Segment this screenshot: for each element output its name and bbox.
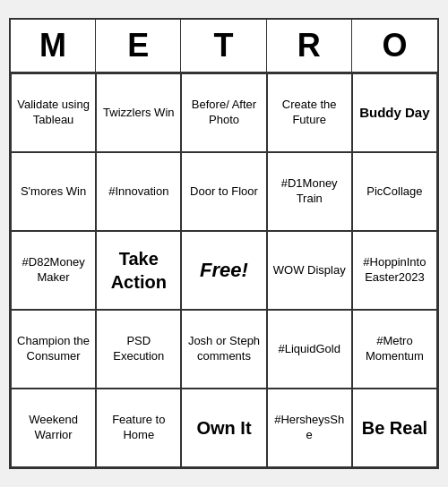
bingo-cell-13[interactable]: WOW Display xyxy=(267,231,352,310)
bingo-cell-24[interactable]: Be Real xyxy=(352,389,437,467)
bingo-cell-6[interactable]: #Innovation xyxy=(96,152,181,231)
bingo-cell-17[interactable]: Josh or Steph comments xyxy=(181,310,266,389)
bingo-cell-20[interactable]: Weekend Warrior xyxy=(11,389,96,467)
bingo-header: METRO xyxy=(11,20,437,73)
bingo-cell-16[interactable]: PSD Execution xyxy=(96,310,181,389)
bingo-cell-19[interactable]: #Metro Momentum xyxy=(352,310,437,389)
bingo-grid: Validate using TableauTwizzlers WinBefor… xyxy=(11,73,437,467)
bingo-cell-5[interactable]: S'mores Win xyxy=(11,152,96,231)
header-letter-M: M xyxy=(11,20,96,72)
bingo-cell-12[interactable]: Free! xyxy=(181,231,266,310)
bingo-cell-3[interactable]: Create the Future xyxy=(267,73,352,152)
bingo-cell-15[interactable]: Champion the Consumer xyxy=(11,310,96,389)
bingo-cell-10[interactable]: #D82Money Maker xyxy=(11,231,96,310)
header-letter-E: E xyxy=(96,20,181,72)
bingo-cell-7[interactable]: Door to Floor xyxy=(181,152,266,231)
bingo-cell-23[interactable]: #HersheysShe xyxy=(267,389,352,467)
bingo-cell-2[interactable]: Before/ After Photo xyxy=(181,73,266,152)
bingo-card: METRO Validate using TableauTwizzlers Wi… xyxy=(9,18,439,469)
bingo-cell-9[interactable]: PicCollage xyxy=(352,152,437,231)
header-letter-O: O xyxy=(352,20,437,72)
bingo-cell-22[interactable]: Own It xyxy=(181,389,266,467)
bingo-cell-8[interactable]: #D1Money Train xyxy=(267,152,352,231)
header-letter-T: T xyxy=(181,20,266,72)
header-letter-R: R xyxy=(267,20,352,72)
bingo-cell-1[interactable]: Twizzlers Win xyxy=(96,73,181,152)
bingo-cell-0[interactable]: Validate using Tableau xyxy=(11,73,96,152)
bingo-cell-4[interactable]: Buddy Day xyxy=(352,73,437,152)
bingo-cell-14[interactable]: #HoppinInto Easter2023 xyxy=(352,231,437,310)
bingo-cell-21[interactable]: Feature to Home xyxy=(96,389,181,467)
bingo-cell-11[interactable]: Take Action xyxy=(96,231,181,310)
bingo-cell-18[interactable]: #LiquidGold xyxy=(267,310,352,389)
